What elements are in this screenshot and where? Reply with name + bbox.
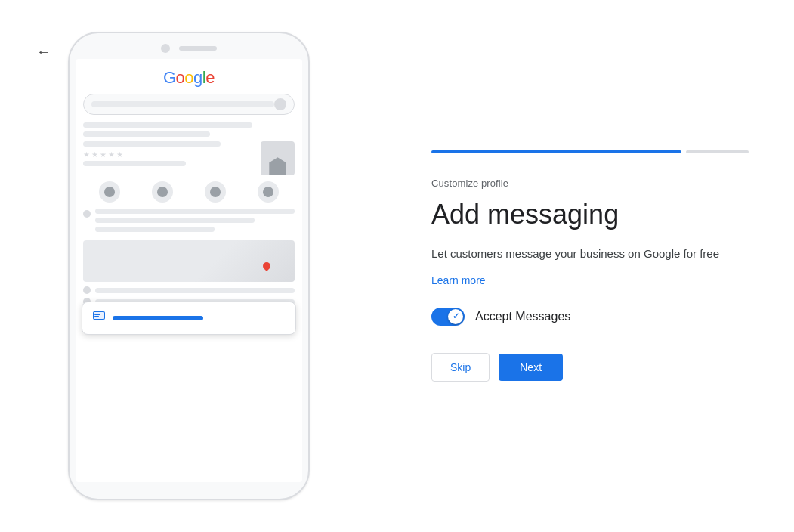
search-bar-fill <box>91 101 274 107</box>
hours-icon <box>83 286 91 294</box>
business-card: ★ ★ ★ ★ ★ <box>83 141 295 175</box>
back-button[interactable]: ← <box>30 38 57 65</box>
progress-bar <box>431 150 749 153</box>
skeleton-line-2 <box>83 131 210 137</box>
action-btn-directions <box>152 181 173 203</box>
action-btn-share <box>258 181 279 203</box>
svg-rect-1 <box>94 312 104 319</box>
map-pin <box>263 262 272 274</box>
description-text: Let customers message your business on G… <box>431 246 749 263</box>
star-5: ★ <box>116 150 123 159</box>
location-icon <box>83 210 91 218</box>
map-pin-head <box>261 261 272 271</box>
buttons-row: Skip Next <box>431 353 749 382</box>
learn-more-link[interactable]: Learn more <box>431 274 486 286</box>
save-icon <box>210 187 221 197</box>
message-popup <box>82 302 296 335</box>
star-3: ★ <box>100 150 107 159</box>
stars-row: ★ ★ ★ ★ ★ <box>83 150 255 159</box>
action-buttons-row <box>83 181 295 203</box>
loc-line-3 <box>95 227 215 232</box>
phone-mockup: Google ★ ★ ★ ★ ★ <box>68 32 310 500</box>
action-btn-save <box>205 181 226 203</box>
page-title: Add messaging <box>431 198 749 230</box>
business-info: ★ ★ ★ ★ ★ <box>83 141 255 170</box>
toggle-row: ✓ Accept Messages <box>431 308 749 326</box>
page-container: ← Google ★ <box>0 0 794 532</box>
biz-name-line <box>83 141 221 147</box>
google-logo: Google <box>83 68 295 88</box>
share-icon <box>263 187 273 197</box>
loc-line-1 <box>95 209 295 214</box>
action-btn-call <box>99 181 120 203</box>
location-row <box>83 209 295 236</box>
toggle-knob: ✓ <box>448 309 463 324</box>
phone-search-bar <box>83 94 295 115</box>
next-button[interactable]: Next <box>499 354 563 381</box>
message-popup-line <box>113 316 203 320</box>
right-panel: Customize profile Add messaging Let cust… <box>371 150 749 382</box>
loc-line-2 <box>95 218 255 223</box>
info-row-hours <box>83 286 295 294</box>
star-4: ★ <box>108 150 115 159</box>
message-popup-icon <box>93 311 105 325</box>
phone-search-icon <box>274 98 286 110</box>
toggle-check-icon: ✓ <box>453 311 459 321</box>
hours-line <box>95 288 295 293</box>
svg-rect-2 <box>94 314 100 315</box>
svg-rect-3 <box>94 316 99 317</box>
phone-screen: Google ★ ★ ★ ★ ★ <box>76 59 302 482</box>
directions-icon <box>157 187 168 197</box>
skeleton-line-1 <box>83 122 252 128</box>
step-label: Customize profile <box>431 178 749 189</box>
star-2: ★ <box>91 150 98 159</box>
progress-segment-active <box>431 150 681 153</box>
phone-top-bar <box>70 33 308 59</box>
business-image <box>261 141 295 175</box>
toggle-label: Accept Messages <box>475 310 570 323</box>
phone-camera <box>161 44 170 53</box>
location-section <box>83 209 295 317</box>
map-thumbnail <box>83 240 295 282</box>
biz-detail-line <box>83 161 186 166</box>
skip-button[interactable]: Skip <box>431 353 490 382</box>
star-1: ★ <box>83 150 90 159</box>
accept-messages-toggle[interactable]: ✓ <box>431 308 465 326</box>
location-lines <box>95 209 295 236</box>
phone-speaker <box>179 46 217 51</box>
progress-segment-inactive <box>686 150 749 153</box>
call-icon <box>104 187 115 197</box>
building-icon <box>267 154 289 175</box>
